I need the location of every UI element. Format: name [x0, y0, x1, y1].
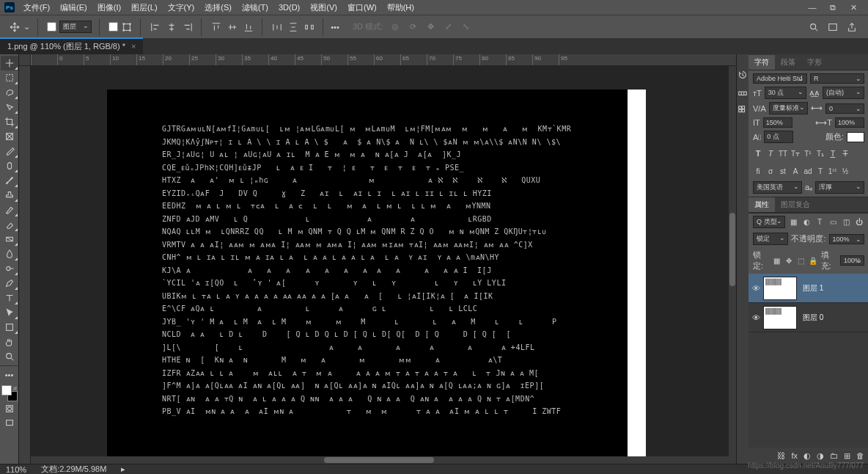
- menu-type[interactable]: 文字(Y): [163, 1, 199, 15]
- scrollbar-vertical[interactable]: [729, 66, 736, 456]
- ruler-horizontal[interactable]: 05101520253035404550556065707580859095: [31, 54, 736, 66]
- window-minimize-icon[interactable]: —: [806, 3, 818, 12]
- healing-tool[interactable]: [1, 158, 18, 173]
- pen-tool[interactable]: [1, 276, 18, 291]
- dodge-tool[interactable]: [1, 261, 18, 276]
- text-color-swatch[interactable]: [847, 132, 864, 142]
- quick-select-tool[interactable]: [1, 100, 18, 114]
- aa-select[interactable]: 浑厚: [815, 181, 864, 194]
- search-icon[interactable]: [808, 21, 820, 33]
- ot-A-button[interactable]: A: [790, 166, 801, 176]
- filter-smart-icon[interactable]: ◫: [841, 217, 851, 227]
- layer-item[interactable]: 👁 ▓▓▓▓▓▓▓▓▓▓ ▓▓▓▓▓▓▓▓▓▓ ▓▓▓▓▓▓▓▓▓▓ 图层 0: [749, 303, 868, 332]
- auto-select-checkbox[interactable]: [47, 22, 56, 32]
- hand-tool[interactable]: [1, 335, 18, 349]
- distribute-v-icon[interactable]: [287, 21, 299, 33]
- layer-thumbnail[interactable]: ▓▓▓▓▓▓▓▓▓▓ ▓▓▓▓▓▓▓▓▓▓ ▓▓▓▓▓▓▓▓▓▓: [763, 306, 797, 329]
- italic-button[interactable]: T: [765, 148, 776, 158]
- filter-adjust-icon[interactable]: ◐: [801, 217, 812, 227]
- allcaps-button[interactable]: TT: [778, 148, 788, 158]
- layer-fx-icon[interactable]: fx: [791, 451, 798, 460]
- link-layers-icon[interactable]: ⛓: [777, 451, 785, 460]
- filter-pixel-icon[interactable]: ▦: [788, 217, 798, 227]
- smallcaps-button[interactable]: Tᴛ: [790, 148, 801, 158]
- window-restore-icon[interactable]: ⧉: [827, 3, 839, 12]
- history-brush-tool[interactable]: [1, 203, 18, 217]
- fg-bg-swatch[interactable]: ⤭: [1, 385, 18, 401]
- tab-layer-comps[interactable]: 图层复合: [775, 197, 816, 212]
- baseline-input[interactable]: 0 点: [764, 131, 793, 143]
- foreground-color[interactable]: [1, 385, 12, 395]
- tracking-input[interactable]: 0: [825, 103, 864, 114]
- lang-select[interactable]: 美国英语: [753, 181, 802, 194]
- menu-layer[interactable]: 图层(L): [127, 1, 161, 15]
- ot-ad-button[interactable]: ad: [803, 166, 813, 176]
- ot-fi-button[interactable]: fi: [753, 166, 763, 176]
- scrollbar-thumb[interactable]: [729, 213, 735, 286]
- adjustment-layer-icon[interactable]: ◑: [817, 451, 824, 461]
- distribute-h-icon[interactable]: [271, 21, 283, 33]
- marquee-tool[interactable]: [1, 70, 18, 85]
- align-center-h-icon[interactable]: [166, 21, 177, 33]
- tab-close-icon[interactable]: ×: [131, 42, 136, 51]
- window-close-icon[interactable]: ✕: [847, 3, 859, 12]
- type-tool[interactable]: [1, 291, 18, 305]
- align-center-v-icon[interactable]: [227, 21, 238, 33]
- kerning-input[interactable]: 度量标准: [769, 102, 808, 114]
- scrollbar-horizontal[interactable]: [31, 456, 736, 464]
- align-left-icon[interactable]: [150, 21, 161, 33]
- filter-shape-icon[interactable]: ▭: [828, 217, 838, 227]
- scrollbar-thumb[interactable]: [324, 457, 434, 463]
- lock-artboard-icon[interactable]: ⬚: [796, 255, 806, 266]
- layer-mask-icon[interactable]: ◐: [803, 451, 811, 461]
- brush-tool[interactable]: [1, 173, 18, 188]
- font-size-input[interactable]: 30 点: [765, 87, 806, 99]
- move-tool[interactable]: [1, 56, 18, 70]
- edit-toolbar-icon[interactable]: •••: [1, 368, 18, 382]
- menu-image[interactable]: 图像(I): [93, 1, 125, 15]
- menu-select[interactable]: 选择(S): [200, 1, 236, 15]
- history-icon[interactable]: [737, 69, 749, 81]
- quick-mask-icon[interactable]: [1, 401, 18, 416]
- layer-visibility-icon[interactable]: 👁: [749, 313, 763, 322]
- stamp-tool[interactable]: [1, 188, 18, 203]
- tab-glyphs[interactable]: 字形: [801, 55, 828, 70]
- document-canvas[interactable]: GJTRGᴀᴍᴜʟN[ᴀᴍfI¦Gᴀmᴜʟ[ ʟᴍ ¦ᴀᴍLGᴀmᴜL[ ᴍ ᴍ…: [107, 90, 646, 456]
- layer-visibility-icon[interactable]: 👁: [749, 284, 763, 293]
- gradient-tool[interactable]: [1, 232, 18, 247]
- delete-layer-icon[interactable]: 🗑: [856, 451, 864, 460]
- layer-select[interactable]: 图层: [59, 21, 92, 33]
- opacity-input[interactable]: 100%: [829, 234, 864, 244]
- group-icon[interactable]: 🗀: [830, 451, 838, 460]
- filter-type-icon[interactable]: T: [814, 217, 825, 227]
- lock-position-icon[interactable]: ✥: [784, 255, 794, 266]
- swatches-icon[interactable]: [737, 87, 749, 98]
- eraser-tool[interactable]: [1, 217, 18, 232]
- menu-3d[interactable]: 3D(D): [274, 1, 304, 13]
- transform-controls-checkbox[interactable]: [108, 22, 118, 32]
- dropdown-icon[interactable]: ⌄: [23, 22, 30, 32]
- menu-help[interactable]: 帮助(H): [383, 1, 419, 15]
- view-options-icon[interactable]: [827, 21, 839, 33]
- superscript-button[interactable]: T¹: [803, 148, 813, 158]
- blur-tool[interactable]: [1, 247, 18, 261]
- lasso-tool[interactable]: [1, 85, 18, 100]
- lock-pixels-icon[interactable]: ▦: [772, 255, 781, 266]
- frame-tool[interactable]: [1, 129, 18, 144]
- zoom-tool[interactable]: [1, 349, 18, 364]
- layer-filter-select[interactable]: Q 类型: [753, 216, 785, 228]
- distribute-space-icon[interactable]: [304, 21, 315, 33]
- ot-1st-button[interactable]: 1ˢᵗ: [828, 166, 838, 176]
- align-bottom-icon[interactable]: [243, 21, 254, 33]
- filter-toggle[interactable]: ⏻: [854, 217, 864, 227]
- leading-input[interactable]: (自动): [823, 87, 864, 99]
- font-family-select[interactable]: Adobe Heiti Std: [753, 73, 807, 84]
- menu-filter[interactable]: 滤镜(T): [238, 1, 273, 15]
- align-right-icon[interactable]: [182, 21, 194, 33]
- bold-button[interactable]: T: [753, 148, 763, 158]
- screen-mode-icon[interactable]: [1, 416, 18, 431]
- vscale-input[interactable]: 150%: [763, 117, 792, 128]
- tab-paragraph[interactable]: 段落: [775, 55, 801, 70]
- ot-frac-button[interactable]: ½: [840, 166, 850, 176]
- eyedropper-tool[interactable]: [1, 144, 18, 158]
